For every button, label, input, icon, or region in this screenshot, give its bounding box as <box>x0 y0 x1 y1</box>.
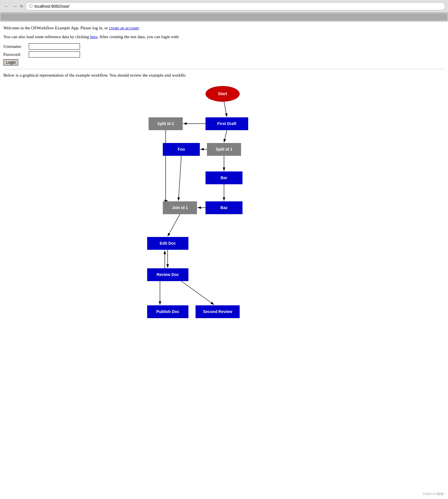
divider <box>3 69 445 69</box>
first-draft-node: First Draft <box>205 117 248 130</box>
username-label: Username: <box>3 44 28 49</box>
bar-label: Bar <box>221 175 227 180</box>
username-row: Username: <box>3 43 445 50</box>
split-id2-label: Split id 2 <box>157 121 174 126</box>
browser-chrome: ← → ↻ ⓘ localhost:8082/osw/ <box>0 0 448 13</box>
intro-text-2a: You can also load some reference data by… <box>3 34 90 39</box>
split-id1-label: Split id 1 <box>216 147 232 152</box>
create-account-link[interactable]: create an account <box>109 26 139 30</box>
svg-line-15 <box>181 281 214 305</box>
baz-label: Baz <box>221 205 228 210</box>
publish-doc-label: Publish Doc <box>156 309 179 314</box>
username-input[interactable] <box>29 43 80 50</box>
forward-button[interactable]: → <box>11 3 19 9</box>
review-doc-label: Review Doc <box>157 272 179 277</box>
login-row: Login <box>3 59 445 66</box>
join-id1-label: Join id 1 <box>172 205 188 210</box>
nav-buttons: ← → ↻ <box>3 3 23 9</box>
password-row: Password: <box>3 51 445 58</box>
bar-node: Bar <box>205 171 243 184</box>
workflow-description: Below is a graphical representation of t… <box>3 72 445 79</box>
svg-line-3 <box>224 130 227 142</box>
second-review-label: Second Review <box>203 309 232 314</box>
intro-paragraph-2: You can also load some reference data by… <box>3 34 445 40</box>
review-doc-node: Review Doc <box>147 268 188 281</box>
password-input[interactable] <box>29 51 80 58</box>
back-button[interactable]: ← <box>3 3 10 9</box>
refresh-button[interactable]: ↻ <box>20 4 23 9</box>
foo-label: Foo <box>178 147 185 152</box>
split-id1-node: Split id 1 <box>207 143 241 156</box>
here-link[interactable]: here <box>90 34 98 39</box>
svg-line-1 <box>224 102 227 117</box>
page-content: Welcome to the OSWorkflow Example App. P… <box>0 21 448 379</box>
intro-text-1-end: : <box>139 26 140 30</box>
split-id2-node: Split id 2 <box>149 117 183 130</box>
security-icon: ⓘ <box>29 4 33 9</box>
publish-doc-node: Publish Doc <box>147 305 188 318</box>
first-draft-label: First Draft <box>217 121 237 126</box>
edit-doc-label: Edit Doc <box>160 241 176 246</box>
address-bar[interactable]: ⓘ localhost:8082/osw/ <box>26 2 445 10</box>
intro-text-1: Welcome to the OSWorkflow Example App. P… <box>3 26 109 30</box>
second-review-node: Second Review <box>196 305 240 318</box>
start-node: Start <box>205 86 240 102</box>
edit-doc-node: Edit Doc <box>147 237 188 250</box>
start-label: Start <box>218 91 227 96</box>
login-form: Username: Password: Login <box>3 43 445 66</box>
intro-paragraph-1: Welcome to the OSWorkflow Example App. P… <box>3 25 445 31</box>
join-id1-node: Join id 1 <box>163 201 197 214</box>
baz-node: Baz <box>205 201 243 214</box>
url-display: localhost:8082/osw/ <box>34 4 69 9</box>
intro-text-2b: . After creating the test data, you can … <box>97 34 178 39</box>
foo-node: Foo <box>163 143 200 156</box>
workflow-diagram: Start First Draft Split id 2 Split id 1 … <box>144 83 304 368</box>
svg-line-11 <box>168 214 180 236</box>
password-label: Password: <box>3 52 28 57</box>
svg-line-10 <box>178 156 181 201</box>
login-button[interactable]: Login <box>3 59 18 66</box>
browser-toolbar <box>0 13 448 21</box>
